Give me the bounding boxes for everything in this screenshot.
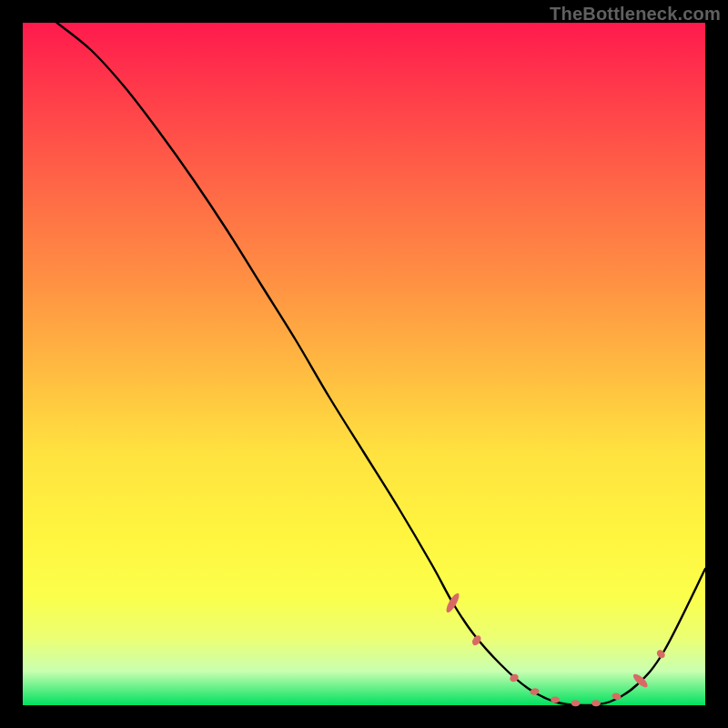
chart-svg <box>23 23 705 705</box>
highlight-marker <box>470 634 482 647</box>
highlight-marker <box>612 693 622 701</box>
watermark-text: TheBottleneck.com <box>550 4 721 25</box>
bottleneck-curve <box>57 23 706 705</box>
highlight-marker <box>551 697 560 703</box>
highlight-marker <box>571 700 581 706</box>
chart-plot-area <box>23 23 705 705</box>
highlight-marker <box>592 700 601 706</box>
chart-frame: TheBottleneck.com <box>0 0 728 728</box>
